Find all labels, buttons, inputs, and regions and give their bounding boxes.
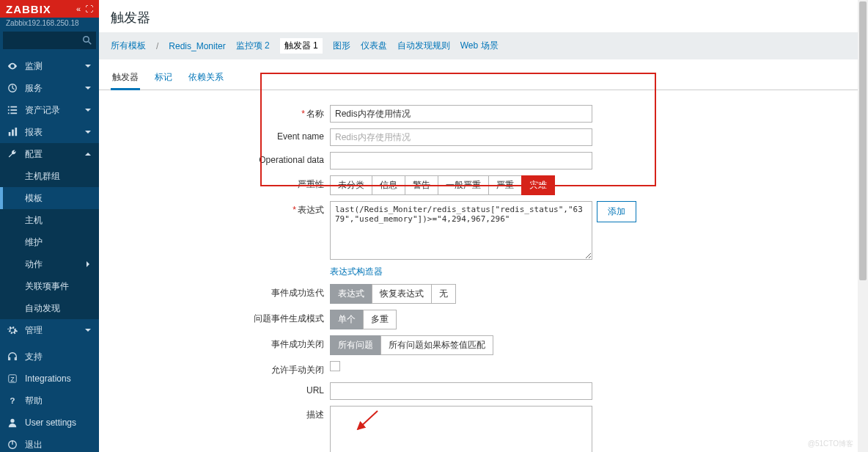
tabs: 触发器 标记 依赖关系	[99, 59, 858, 90]
page-title: 触发器	[99, 0, 858, 32]
list-icon	[7, 105, 18, 115]
collapse-icon[interactable]: «	[76, 4, 81, 13]
name-input[interactable]	[330, 105, 592, 123]
opdata-input[interactable]	[330, 152, 592, 170]
eventname-label: Event name	[277, 131, 324, 142]
expr-builder-link[interactable]: 表达式构造器	[330, 266, 383, 278]
svg-rect-3	[8, 106, 10, 108]
chevron-down-icon	[84, 128, 92, 136]
manual-close-label: 允许手动关闭	[271, 365, 324, 375]
nav-hostgroups[interactable]: 主机群组	[0, 165, 99, 187]
logo[interactable]: ZABBIX	[6, 3, 51, 15]
chart-icon	[7, 127, 18, 137]
nav-monitor[interactable]: 监测	[0, 55, 99, 77]
nav-config[interactable]: 配置	[0, 143, 99, 165]
clock-icon	[7, 83, 18, 93]
svg-rect-7	[8, 113, 10, 114]
svg-rect-4	[10, 106, 17, 108]
wrench-icon	[7, 149, 18, 159]
eventname-input[interactable]	[330, 128, 592, 146]
nav-integrations[interactable]: ZIntegrations	[0, 368, 99, 390]
crumb-items[interactable]: 监控项 2	[236, 40, 270, 52]
logo-row: ZABBIX « ⛶	[0, 0, 99, 18]
crumb-template[interactable]: Redis_Moniter	[169, 41, 225, 51]
nav-inventory[interactable]: 资产记录	[0, 99, 99, 121]
crumb-dashboards[interactable]: 仪表盘	[361, 40, 387, 52]
sev-disaster[interactable]: 灾难	[521, 175, 555, 195]
svg-rect-11	[15, 128, 18, 136]
nav-logout[interactable]: 退出	[0, 434, 99, 452]
svg-point-0	[84, 37, 89, 43]
opdata-label: Operational data	[259, 155, 324, 165]
problem-mode-label: 问题事件生成模式	[254, 313, 324, 324]
eye-icon	[7, 61, 18, 71]
nav-templates[interactable]: 模板	[0, 187, 99, 209]
url-input[interactable]	[330, 382, 592, 400]
sev-unclassified[interactable]: 未分类	[330, 175, 372, 195]
crumb-graphs[interactable]: 图形	[333, 40, 350, 52]
expr-label: 表达式	[298, 205, 324, 215]
nav-usersettings[interactable]: User settings	[0, 412, 99, 434]
desc-label: 描述	[306, 409, 324, 420]
tab-tags[interactable]: 标记	[153, 67, 174, 90]
search-input[interactable]	[3, 32, 96, 49]
severity-label: 严重性	[298, 179, 324, 189]
svg-rect-6	[10, 109, 17, 111]
nav-actions[interactable]: 动作	[0, 253, 99, 275]
nav-maintenance[interactable]: 维护	[0, 231, 99, 253]
help-icon: ?	[7, 396, 18, 406]
expand-icon[interactable]: ⛶	[85, 4, 93, 13]
watermark: @51CTO博客	[808, 439, 853, 449]
nav-service[interactable]: 服务	[0, 77, 99, 99]
nav-admin[interactable]: 管理	[0, 319, 99, 341]
crumb-discovery[interactable]: 自动发现规则	[397, 40, 450, 52]
crumb-all-templates[interactable]: 所有模板	[111, 40, 146, 52]
chevron-down-icon	[84, 62, 92, 70]
okevent-none[interactable]: 无	[431, 284, 456, 304]
url-label: URL	[306, 385, 324, 396]
svg-text:?: ?	[10, 396, 15, 405]
sev-average[interactable]: 一般严重	[438, 175, 489, 195]
sev-warning[interactable]: 警告	[405, 175, 438, 195]
tab-deps[interactable]: 依赖关系	[187, 67, 225, 90]
okevent-recovery[interactable]: 恢复表达式	[372, 284, 432, 304]
severity-group: 未分类 信息 警告 一般严重 严重 灾难	[330, 175, 555, 195]
expr-textarea[interactable]: last(/Redis_Moniter/redis_status["redis_…	[330, 201, 592, 260]
scrollbar[interactable]	[858, 0, 868, 452]
okclose-tag[interactable]: 所有问题如果标签值匹配	[380, 335, 493, 355]
breadcrumb: 所有模板/ Redis_Moniter 监控项 2 触发器 1 图形 仪表盘 自…	[99, 32, 858, 59]
nav-hosts[interactable]: 主机	[0, 209, 99, 231]
okclose-all[interactable]: 所有问题	[330, 335, 381, 355]
server-info: Zabbix192.168.250.18	[0, 18, 99, 32]
user-icon	[7, 418, 18, 428]
nav-help[interactable]: ?帮助	[0, 390, 99, 412]
svg-rect-5	[8, 109, 10, 111]
chevron-right-icon	[84, 260, 92, 268]
scroll-thumb[interactable]	[859, 1, 867, 280]
crumb-web[interactable]: Web 场景	[460, 40, 499, 52]
okevent-label: 事件成功迭代	[271, 288, 324, 298]
nav-discovery[interactable]: 自动发现	[0, 297, 99, 319]
gear-icon	[7, 325, 18, 335]
svg-rect-8	[10, 113, 17, 114]
sev-info[interactable]: 信息	[372, 175, 405, 195]
desc-textarea[interactable]	[330, 406, 592, 452]
svg-rect-9	[9, 132, 11, 136]
power-icon	[7, 440, 18, 450]
sev-high[interactable]: 严重	[488, 175, 522, 195]
svg-text:Z: Z	[10, 376, 15, 383]
nav-correlation[interactable]: 关联项事件	[0, 275, 99, 297]
chevron-down-icon	[84, 106, 92, 114]
pm-single[interactable]: 单个	[330, 310, 364, 329]
okevent-expr[interactable]: 表达式	[330, 284, 372, 304]
nav-support[interactable]: 支持	[0, 346, 99, 368]
expr-add-button[interactable]: 添加	[597, 201, 636, 222]
crumb-triggers[interactable]: 触发器 1	[280, 38, 323, 54]
svg-point-15	[10, 419, 14, 423]
tab-trigger[interactable]: 触发器	[111, 67, 140, 90]
name-label: 名称	[306, 109, 324, 119]
nav-report[interactable]: 报表	[0, 121, 99, 143]
svg-line-1	[89, 42, 92, 45]
manual-close-checkbox[interactable]	[330, 361, 340, 371]
pm-multiple[interactable]: 多重	[363, 310, 397, 329]
